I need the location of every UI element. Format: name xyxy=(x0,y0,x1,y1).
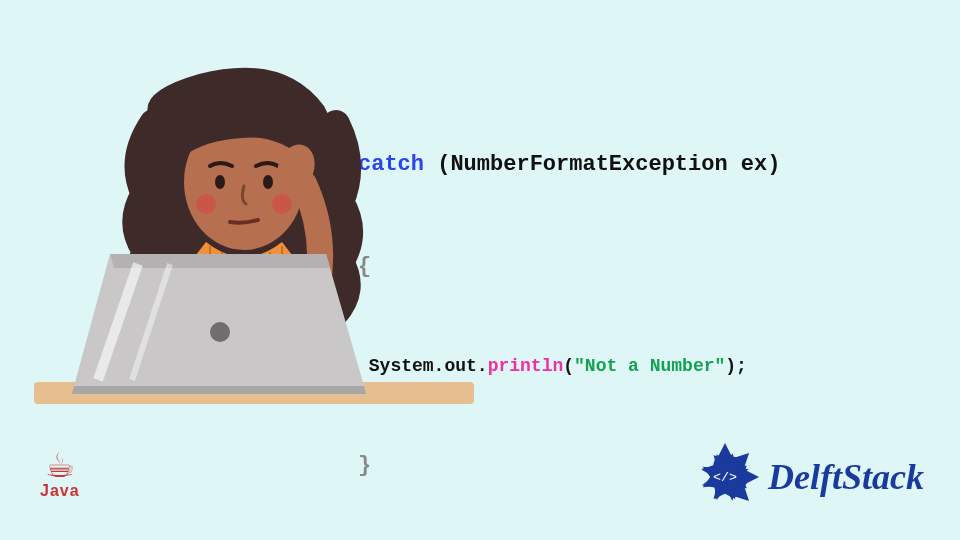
delftstack-emblem-icon: </> xyxy=(688,440,762,514)
laptop xyxy=(72,254,366,394)
blush-left xyxy=(196,194,216,214)
java-label: Java xyxy=(40,482,80,500)
blush-right xyxy=(272,194,292,214)
hair-wave-right xyxy=(334,124,349,314)
open-paren: ( xyxy=(563,356,574,376)
svg-text:</>: </> xyxy=(713,470,737,485)
svg-point-9 xyxy=(210,322,230,342)
java-cup-icon: ☕︎ xyxy=(40,448,80,482)
illustration-woman-laptop xyxy=(34,64,474,420)
delftstack-logo: </> DelftStack xyxy=(688,440,924,514)
println-call: println xyxy=(488,356,564,376)
java-logo: ☕︎ Java xyxy=(40,448,80,500)
eye-right xyxy=(263,175,273,189)
brand-name: DelftStack xyxy=(768,456,924,498)
eye-left xyxy=(215,175,225,189)
close-paren: ); xyxy=(725,356,747,376)
string-literal: "Not a Number" xyxy=(574,356,725,376)
catch-signature: (NumberFormatException ex) xyxy=(424,152,780,177)
